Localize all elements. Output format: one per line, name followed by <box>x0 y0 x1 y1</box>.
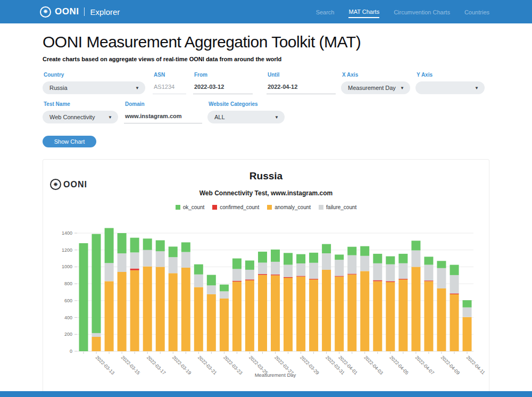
test-name-select[interactable]: Web Connectivity ▼ <box>43 111 118 123</box>
bar-segment-ok_count[interactable] <box>347 247 356 255</box>
bar-segment-confirmed_count[interactable] <box>258 274 267 275</box>
bar-segment-failure_count[interactable] <box>424 265 433 281</box>
bar-segment-anomaly_count[interactable] <box>207 294 216 351</box>
bar-segment-ok_count[interactable] <box>411 241 420 250</box>
bar-segment-failure_count[interactable] <box>322 253 331 270</box>
bar-segment-confirmed_count[interactable] <box>450 293 459 294</box>
bar-segment-ok_count[interactable] <box>463 300 472 308</box>
show-chart-button[interactable]: Show Chart <box>43 136 96 147</box>
bar-segment-failure_count[interactable] <box>130 253 139 269</box>
bar-segment-failure_count[interactable] <box>143 250 152 267</box>
bar-segment-anomaly_count[interactable] <box>309 279 318 351</box>
bar-segment-anomaly_count[interactable] <box>463 317 472 351</box>
bar-segment-anomaly_count[interactable] <box>386 282 395 351</box>
bar-segment-failure_count[interactable] <box>309 263 318 279</box>
bar-segment-failure_count[interactable] <box>271 262 280 275</box>
nav-item-circumvention-charts[interactable]: Circumvention Charts <box>394 6 450 18</box>
bar-segment-ok_count[interactable] <box>284 253 293 264</box>
bar-segment-failure_count[interactable] <box>232 269 242 280</box>
bar-segment-confirmed_count[interactable] <box>398 279 408 279</box>
bar-segment-ok_count[interactable] <box>207 275 216 286</box>
bar-segment-confirmed_count[interactable] <box>386 281 395 282</box>
domain-input[interactable] <box>124 111 202 123</box>
bar-segment-anomaly_count[interactable] <box>437 288 446 351</box>
bar-segment-anomaly_count[interactable] <box>169 273 178 351</box>
bar-segment-ok_count[interactable] <box>143 238 152 250</box>
bar-segment-ok_count[interactable] <box>398 254 408 263</box>
bar-segment-failure_count[interactable] <box>220 291 229 299</box>
website-categories-select[interactable]: ALL ▼ <box>207 111 285 123</box>
bar-segment-anomaly_count[interactable] <box>335 277 344 351</box>
bar-segment-failure_count[interactable] <box>450 275 459 293</box>
bar-segment-failure_count[interactable] <box>118 253 127 272</box>
until-date-input[interactable] <box>267 81 336 94</box>
x-axis-select[interactable]: Measurement Day ▼ <box>341 81 410 94</box>
bar-segment-confirmed_count[interactable] <box>335 276 344 276</box>
bar-segment-failure_count[interactable] <box>92 333 101 337</box>
bar-segment-ok_count[interactable] <box>373 254 382 263</box>
bar-segment-anomaly_count[interactable] <box>220 299 229 351</box>
bar-segment-ok_count[interactable] <box>130 238 139 253</box>
bar-segment-failure_count[interactable] <box>437 268 446 288</box>
bar-segment-failure_count[interactable] <box>398 263 408 279</box>
bar-segment-ok_count[interactable] <box>194 264 203 275</box>
bar-segment-ok_count[interactable] <box>169 246 178 257</box>
y-axis-select[interactable]: ▼ <box>415 81 485 94</box>
bar-segment-failure_count[interactable] <box>296 263 305 276</box>
nav-item-search[interactable]: Search <box>316 6 335 18</box>
nav-item-mat-charts[interactable]: MAT Charts <box>348 6 379 18</box>
bar-segment-failure_count[interactable] <box>194 275 203 287</box>
bar-segment-anomaly_count[interactable] <box>398 279 408 351</box>
bar-segment-failure_count[interactable] <box>169 257 178 273</box>
bar-segment-anomaly_count[interactable] <box>232 282 242 351</box>
bar-segment-confirmed_count[interactable] <box>130 269 139 270</box>
bar-segment-ok_count[interactable] <box>424 257 433 264</box>
bar-segment-anomaly_count[interactable] <box>450 294 459 351</box>
bar-segment-confirmed_count[interactable] <box>296 276 305 276</box>
bar-segment-confirmed_count[interactable] <box>245 279 254 280</box>
bar-segment-ok_count[interactable] <box>386 257 395 264</box>
bar-segment-anomaly_count[interactable] <box>130 270 139 351</box>
nav-item-countries[interactable]: Countries <box>464 6 489 18</box>
bar-segment-anomaly_count[interactable] <box>411 267 420 351</box>
bar-segment-ok_count[interactable] <box>322 244 331 253</box>
bar-segment-confirmed_count[interactable] <box>271 275 280 276</box>
country-select[interactable]: Russia ▼ <box>43 81 145 94</box>
bar-segment-confirmed_count[interactable] <box>424 280 433 281</box>
bar-segment-ok_count[interactable] <box>360 246 369 256</box>
bar-segment-ok_count[interactable] <box>181 242 190 252</box>
bar-segment-failure_count[interactable] <box>360 256 369 271</box>
bar-segment-failure_count[interactable] <box>207 285 216 294</box>
bar-segment-failure_count[interactable] <box>156 251 165 267</box>
bar-segment-anomaly_count[interactable] <box>156 267 165 351</box>
bar-segment-failure_count[interactable] <box>386 264 395 282</box>
bar-segment-ok_count[interactable] <box>271 250 280 262</box>
bar-segment-anomaly_count[interactable] <box>258 275 267 352</box>
bar-segment-anomaly_count[interactable] <box>118 272 127 351</box>
bar-segment-anomaly_count[interactable] <box>194 287 203 352</box>
bar-segment-confirmed_count[interactable] <box>347 274 356 274</box>
bar-segment-confirmed_count[interactable] <box>309 279 318 279</box>
bar-segment-failure_count[interactable] <box>335 260 344 276</box>
bar-segment-anomaly_count[interactable] <box>143 267 152 351</box>
bar-segment-failure_count[interactable] <box>258 263 267 274</box>
bar-segment-anomaly_count[interactable] <box>271 275 280 351</box>
asn-input[interactable] <box>153 81 186 94</box>
bar-segment-anomaly_count[interactable] <box>373 281 382 351</box>
bar-segment-confirmed_count[interactable] <box>232 281 242 282</box>
bar-segment-anomaly_count[interactable] <box>245 280 254 351</box>
from-date-input[interactable] <box>193 81 253 94</box>
bar-segment-failure_count[interactable] <box>105 263 114 281</box>
bar-segment-ok_count[interactable] <box>92 234 101 333</box>
bar-segment-confirmed_count[interactable] <box>373 280 382 282</box>
bar-segment-failure_count[interactable] <box>284 265 293 277</box>
bar-segment-confirmed_count[interactable] <box>284 277 293 278</box>
bar-segment-ok_count[interactable] <box>156 241 165 252</box>
bar-segment-ok_count[interactable] <box>118 233 127 253</box>
bar-segment-ok_count[interactable] <box>258 252 267 263</box>
ooni-explorer-home-link[interactable]: ✺ OONI Explorer <box>40 6 120 18</box>
bar-segment-ok_count[interactable] <box>450 265 459 275</box>
bar-segment-ok_count[interactable] <box>232 259 242 269</box>
bar-segment-anomaly_count[interactable] <box>296 277 305 351</box>
bar-segment-ok_count[interactable] <box>220 285 229 292</box>
